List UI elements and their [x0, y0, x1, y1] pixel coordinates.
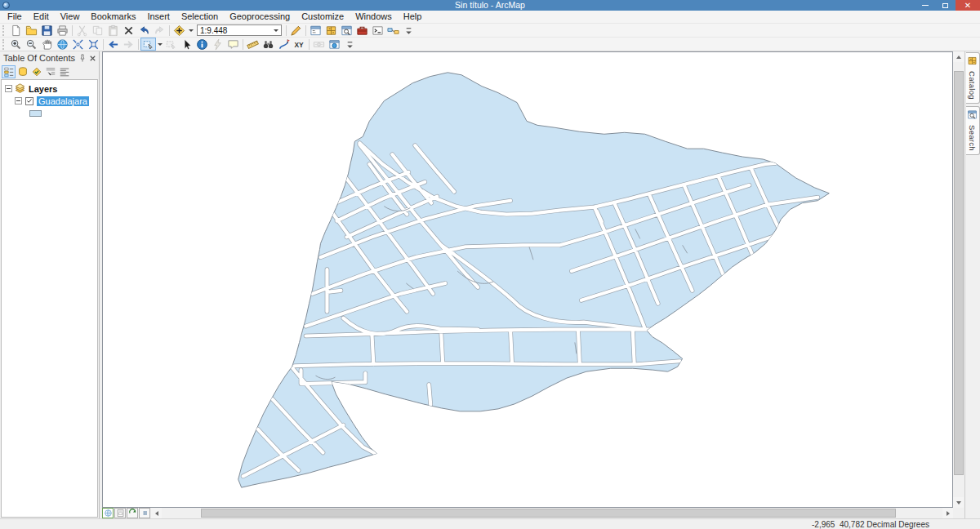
dock-tab-search[interactable]: Search	[966, 106, 980, 155]
go-to-xy-button[interactable]: XY	[292, 38, 307, 51]
toolbar-options-overflow-button[interactable]	[401, 24, 416, 37]
window-title: Sin título - ArcMap	[0, 0, 980, 11]
vertical-scroll-thumb[interactable]	[954, 71, 964, 476]
full-extent-button[interactable]	[55, 38, 70, 51]
print-icon	[56, 24, 69, 37]
toc-options-button[interactable]	[57, 65, 71, 78]
fixed-zoom-out-button[interactable]	[86, 38, 101, 51]
menu-bookmarks[interactable]: Bookmarks	[85, 11, 141, 23]
layer-name-label[interactable]: Guadalajara	[37, 96, 89, 106]
create-viewer-window-button[interactable]	[327, 38, 342, 51]
map-bottom-bar	[102, 508, 953, 518]
refresh-view-button[interactable]	[127, 508, 138, 518]
catalog-window-button[interactable]	[323, 24, 339, 37]
clearsel-icon	[165, 38, 177, 51]
menu-help[interactable]: Help	[398, 11, 428, 23]
select-features-button[interactable]	[140, 38, 156, 51]
catalog-icon	[967, 55, 978, 69]
toolbar-separator	[103, 39, 104, 50]
collapse-expander-icon[interactable]	[15, 97, 22, 104]
add-data-button[interactable]	[172, 24, 187, 37]
pin-icon[interactable]	[78, 53, 87, 63]
toolbar-grip[interactable]	[2, 25, 7, 36]
scroll-left-icon[interactable]	[151, 508, 162, 518]
menu-bar: FileEditViewBookmarksInsertSelectionGeop…	[0, 11, 980, 23]
list-by-drawing-order-button[interactable]	[2, 65, 16, 78]
arcmap-window: Sin título - ArcMap ✕ FileEditViewBookma…	[0, 0, 980, 529]
menu-windows[interactable]: Windows	[350, 11, 398, 23]
open-button[interactable]	[24, 24, 39, 37]
select-features-dropdown-icon[interactable]	[156, 38, 163, 51]
scroll-right-icon[interactable]	[942, 508, 953, 518]
collapse-expander-icon[interactable]	[5, 85, 12, 92]
html-popup-button[interactable]	[225, 38, 241, 51]
standard-toolbar: 1:9.448	[0, 23, 980, 37]
scroll-up-icon[interactable]	[953, 51, 964, 62]
timesld-icon	[313, 38, 325, 51]
horizontal-scrollbar[interactable]	[162, 508, 942, 518]
toc-symbol-row[interactable]	[2, 107, 97, 119]
data-view-button[interactable]	[102, 508, 114, 518]
zoom-out-button[interactable]	[24, 38, 39, 51]
measure-button[interactable]	[245, 38, 261, 51]
modelbuilder-window-button[interactable]	[385, 24, 401, 37]
list-by-selection-button[interactable]	[43, 65, 57, 78]
find-route-button[interactable]	[276, 38, 292, 51]
menu-geoprocessing[interactable]: Geoprocessing	[224, 11, 296, 23]
fwd-icon	[122, 38, 135, 51]
menu-insert[interactable]: Insert	[141, 11, 176, 23]
menu-customize[interactable]: Customize	[296, 11, 350, 23]
search-window-button[interactable]	[339, 24, 354, 37]
vertical-scrollbar[interactable]	[953, 62, 964, 497]
close-panel-icon[interactable]	[87, 53, 97, 63]
toc-root-label[interactable]: Layers	[29, 84, 57, 94]
map-canvas[interactable]	[102, 51, 953, 508]
layers-folder-icon	[15, 83, 25, 94]
undo-button[interactable]	[136, 24, 152, 37]
toolbar-options-overflow-button[interactable]	[342, 38, 358, 51]
menu-selection[interactable]: Selection	[176, 11, 224, 23]
list-by-visibility-button[interactable]	[29, 65, 43, 78]
minimize-button[interactable]	[915, 0, 935, 11]
toolbar-separator	[138, 39, 139, 50]
layer-symbol-swatch[interactable]	[29, 110, 42, 117]
print-button[interactable]	[55, 24, 70, 37]
maximize-button[interactable]	[935, 0, 956, 11]
arctoolbox-window-button[interactable]	[354, 24, 370, 37]
close-button[interactable]: ✕	[956, 0, 980, 11]
pan-button[interactable]	[39, 38, 55, 51]
find-button[interactable]	[261, 38, 276, 51]
toc-layer-row[interactable]: Guadalajara	[2, 95, 97, 107]
editor-toolbar-button[interactable]	[288, 24, 304, 37]
go-back-to-previous-extent-button[interactable]	[105, 38, 121, 51]
layout-view-button[interactable]	[114, 508, 126, 518]
list-by-source-button[interactable]	[16, 65, 29, 78]
map-scale-value[interactable]: 1:9.448	[198, 26, 270, 35]
dock-tab-catalog[interactable]: Catalog	[966, 52, 980, 104]
toc-root-row[interactable]: Layers	[2, 82, 97, 95]
table-of-contents-window-button[interactable]	[308, 24, 323, 37]
tools-toolbar: XY	[0, 37, 980, 51]
pause-drawing-button[interactable]	[139, 508, 150, 518]
identify-button[interactable]	[194, 38, 210, 51]
select-elements-button[interactable]	[179, 38, 194, 51]
overflow-icon	[344, 38, 356, 51]
table-of-contents-panel: Table Of Contents Layers Guadalajara	[0, 51, 100, 518]
chevron-down-icon[interactable]	[270, 29, 281, 32]
fixed-zoom-in-button[interactable]	[70, 38, 86, 51]
menu-file[interactable]: File	[2, 11, 28, 23]
horizontal-scroll-thumb[interactable]	[201, 509, 896, 518]
cut-button	[74, 24, 90, 37]
new-map-file-button[interactable]	[8, 24, 24, 37]
add-data-dropdown-icon[interactable]	[187, 24, 194, 37]
zoom-in-button[interactable]	[8, 38, 24, 51]
menu-view[interactable]: View	[55, 11, 86, 23]
menu-edit[interactable]: Edit	[28, 11, 55, 23]
delete-button[interactable]	[121, 24, 136, 37]
save-button[interactable]	[39, 24, 55, 37]
toolbar-grip[interactable]	[2, 39, 7, 50]
layer-visibility-checkbox[interactable]	[25, 97, 33, 105]
python-window-button[interactable]	[370, 24, 385, 37]
map-scale-combobox[interactable]: 1:9.448	[197, 24, 282, 36]
scroll-down-icon[interactable]	[953, 497, 964, 508]
